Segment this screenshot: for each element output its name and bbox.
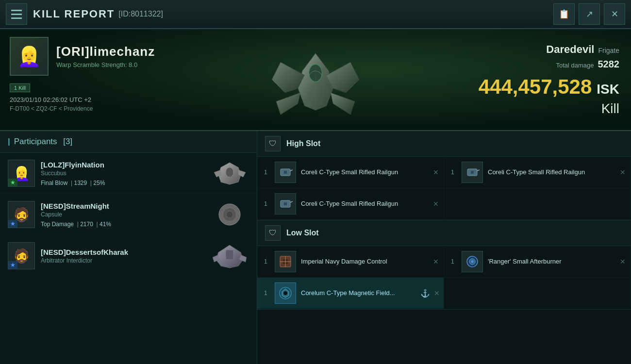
- ship-class-row: Daredevil Frigate: [479, 43, 619, 56]
- avatar: 🧔 ★: [8, 201, 35, 228]
- header-title: KILL REPORT: [33, 8, 115, 20]
- equipment-item[interactable]: 1 Coreli C-Type Small Rifled Railgun ✕: [257, 157, 444, 188]
- high-slot-grid: 1 Coreli C-Type Small Rifled Railgun ✕ 1…: [257, 157, 631, 220]
- ship-svg: [252, 36, 379, 123]
- svg-line-16: [290, 201, 293, 202]
- participants-header: Participants [3]: [0, 131, 257, 153]
- copy-button[interactable]: 📋: [553, 3, 575, 25]
- participant-info: [LOLZ]FlyinNation Succubus Final Blow | …: [41, 161, 204, 186]
- equipment-name: Corelum C-Type Magnetic Field...: [301, 289, 437, 298]
- isk-label: ISK: [597, 82, 619, 97]
- total-damage-value: 5282: [598, 59, 620, 70]
- low-slot-section: 🛡 Low Slot 1 Imperial Navy Damage Contro…: [257, 220, 631, 310]
- avatar: 👱‍♀️ ★: [8, 160, 35, 187]
- participant-name: [NESD]StreamNight: [41, 202, 204, 210]
- equipment-item-empty: [444, 278, 631, 309]
- svg-line-13: [477, 170, 480, 171]
- kills-badge: 1 Kill: [10, 83, 30, 92]
- close-button[interactable]: ✕: [604, 3, 625, 25]
- menu-button[interactable]: [6, 3, 27, 25]
- header-id: [ID:8011322]: [118, 10, 163, 18]
- rank-star: ★: [8, 179, 17, 186]
- equipment-name: Imperial Navy Damage Control: [301, 257, 437, 266]
- high-slot-section: 🛡 High Slot 1 Coreli C-Type Small Rifled…: [257, 131, 631, 220]
- main-content: Participants [3] 👱‍♀️ ★ [LOLZ]FlyinNatio…: [0, 131, 631, 364]
- equipment-icon: [462, 162, 483, 183]
- export-button[interactable]: ↗: [579, 3, 600, 25]
- participant-ship-image: [210, 200, 249, 229]
- equipment-item[interactable]: 1 Coreli C-Type Small Rifled Railgun ✕: [444, 157, 631, 188]
- rank-star: ★: [8, 220, 17, 228]
- participant-info: [NESD]DessertsofKharak Arbitrator Interd…: [41, 248, 204, 264]
- slot-icon: 🛡: [265, 225, 281, 241]
- slot-icon: 🛡: [265, 136, 281, 151]
- svg-point-6: [226, 211, 233, 218]
- total-damage-row: Total damage 5282: [479, 59, 619, 70]
- equipment-item[interactable]: 1 Coreli C-Type Small Rifled Railgun ✕: [257, 188, 444, 220]
- participant-stats: Final Blow | 1329 | 25%: [41, 180, 204, 186]
- ship-type: Frigate: [598, 47, 619, 54]
- equipment-name: 'Ranger' Small Afterburner: [488, 257, 624, 266]
- warp-scramble: Warp Scramble Strength: 8.0: [56, 61, 155, 68]
- svg-rect-12: [471, 171, 474, 174]
- equipment-name: Coreli C-Type Small Rifled Railgun: [301, 199, 437, 208]
- ship-name: Daredevil: [546, 43, 594, 56]
- participant-ship: Arbitrator Interdictor: [41, 257, 204, 264]
- kill-location: F-DT00 < ZQ2-CF < Providence: [10, 105, 155, 112]
- svg-point-23: [471, 260, 474, 263]
- slot-header: 🛡 High Slot: [257, 131, 631, 157]
- hero-banner: 👱‍♀️ [ORI]limechanz Warp Scramble Streng…: [0, 29, 631, 131]
- hero-avatar-row: 👱‍♀️ [ORI]limechanz Warp Scramble Streng…: [10, 37, 155, 76]
- equipment-item[interactable]: 1 Imperial Navy Damage Control ✕: [257, 246, 444, 278]
- equipment-item-empty: [444, 188, 631, 220]
- rank-star: ★: [8, 261, 17, 269]
- equipment-name: Coreli C-Type Small Rifled Railgun: [301, 168, 437, 177]
- participant-info: [NESD]StreamNight Capsule Top Damage | 2…: [41, 202, 204, 228]
- slot-header: 🛡 Low Slot: [257, 220, 631, 246]
- equipment-icon: [275, 193, 296, 215]
- participant-item[interactable]: 🧔 ★ [NESD]DessertsofKharak Arbitrator In…: [0, 235, 257, 277]
- slot-title: Low Slot: [286, 229, 319, 237]
- participant-name: [LOLZ]FlyinNation: [41, 161, 204, 169]
- header-actions: 📋 ↗ ✕: [553, 3, 625, 25]
- total-damage-label: Total damage: [556, 62, 594, 69]
- svg-point-25: [283, 291, 287, 295]
- equipment-icon: [275, 251, 296, 272]
- header: KILL REPORT [ID:8011322] 📋 ↗ ✕: [0, 0, 631, 29]
- participants-panel: Participants [3] 👱‍♀️ ★ [LOLZ]FlyinNatio…: [0, 131, 257, 364]
- isk-amount: 444,457,528: [479, 77, 592, 97]
- equipment-icon: [462, 251, 483, 272]
- svg-rect-7: [226, 250, 233, 260]
- avatar: 👱‍♀️: [10, 37, 49, 76]
- avatar: 🧔 ★: [8, 242, 35, 269]
- equipment-panel: 🛡 High Slot 1 Coreli C-Type Small Rifled…: [257, 131, 631, 364]
- ship-display: [165, 29, 466, 130]
- participant-item[interactable]: 🧔 ★ [NESD]StreamNight Capsule Top Damage…: [0, 194, 257, 235]
- participant-ship: Capsule: [41, 211, 204, 218]
- participant-ship-image: [210, 241, 249, 270]
- pilot-name: [ORI]limechanz: [56, 44, 155, 59]
- participant-stats: Top Damage | 2170 | 41%: [41, 221, 204, 228]
- svg-rect-9: [284, 171, 287, 174]
- svg-point-3: [226, 167, 233, 177]
- slot-title: High Slot: [286, 139, 320, 148]
- svg-rect-15: [284, 202, 287, 205]
- equipment-icon: [275, 282, 296, 304]
- equipment-name: Coreli C-Type Small Rifled Railgun: [488, 168, 624, 177]
- participant-name: [NESD]DessertsofKharak: [41, 248, 204, 256]
- equipment-item-highlighted[interactable]: 1 Corelum C-Type Magnetic Field... ⚓ ✕: [257, 278, 444, 309]
- participant-ship: Succubus: [41, 170, 204, 177]
- hero-left: 👱‍♀️ [ORI]limechanz Warp Scramble Streng…: [0, 29, 165, 130]
- equipment-icon: [275, 162, 296, 183]
- participants-title: Participants [3]: [8, 137, 249, 147]
- outcome-label: Kill: [479, 101, 619, 116]
- hero-right: Daredevil Frigate Total damage 5282 444,…: [467, 29, 631, 130]
- svg-line-10: [290, 170, 293, 171]
- participant-item[interactable]: 👱‍♀️ ★ [LOLZ]FlyinNation Succubus Final …: [0, 153, 257, 194]
- low-slot-grid: 1 Imperial Navy Damage Control ✕ 1 'Rang…: [257, 246, 631, 309]
- kill-date: 2023/01/10 02:26:02 UTC +2: [10, 96, 155, 103]
- equipment-item[interactable]: 1 'Ranger' Small Afterburner ✕: [444, 246, 631, 278]
- participant-ship-image: [210, 159, 249, 188]
